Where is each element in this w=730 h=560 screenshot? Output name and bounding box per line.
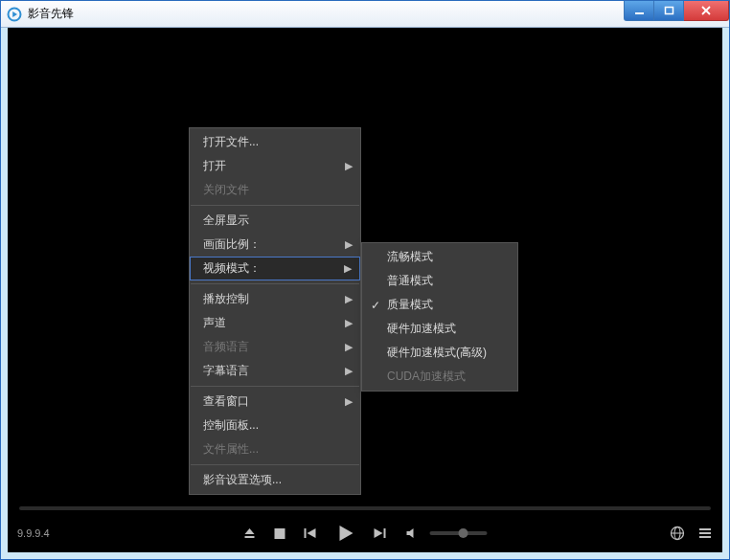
svg-marker-11 bbox=[340, 526, 354, 541]
submenu-item-5: CUDA加速模式 bbox=[362, 365, 517, 389]
window-title: 影音先锋 bbox=[28, 6, 74, 22]
svg-rect-18 bbox=[699, 528, 711, 530]
menu-separator bbox=[191, 386, 359, 387]
svg-rect-7 bbox=[245, 536, 255, 538]
svg-rect-13 bbox=[384, 528, 386, 538]
menu-item-9[interactable]: 声道▶ bbox=[190, 311, 360, 335]
menu-item-label: 声道 bbox=[203, 315, 226, 331]
menu-item-2: 关闭文件 bbox=[190, 178, 360, 202]
submenu-arrow-icon: ▶ bbox=[345, 395, 353, 408]
svg-rect-19 bbox=[699, 532, 711, 534]
check-icon: ✓ bbox=[366, 299, 385, 312]
app-window: 影音先锋 play 打开文件...打开▶关闭文件全屏显示画面比例：▶视频模式：▶… bbox=[0, 0, 730, 560]
svg-marker-10 bbox=[308, 528, 316, 538]
menu-item-label: 播放控制 bbox=[203, 291, 249, 307]
menu-item-14[interactable]: 控制面板... bbox=[190, 414, 360, 437]
submenu-arrow-icon: ▶ bbox=[345, 160, 353, 172]
submenu-item-label: CUDA加速模式 bbox=[385, 369, 466, 385]
maximize-button[interactable] bbox=[654, 1, 684, 21]
menu-item-label: 打开 bbox=[203, 158, 226, 174]
submenu-arrow-icon: ▶ bbox=[345, 365, 353, 377]
next-button[interactable] bbox=[373, 526, 388, 540]
titlebar[interactable]: 影音先锋 bbox=[1, 1, 729, 28]
menu-item-label: 关闭文件 bbox=[203, 182, 249, 198]
svg-rect-3 bbox=[665, 7, 673, 13]
window-controls bbox=[624, 1, 729, 20]
version-label: 9.9.9.4 bbox=[17, 527, 50, 539]
svg-rect-20 bbox=[699, 536, 711, 538]
menu-item-label: 字幕语言 bbox=[203, 363, 249, 379]
playback-controls bbox=[243, 524, 488, 543]
menu-item-13[interactable]: 查看窗口▶ bbox=[190, 390, 360, 414]
menu-item-label: 全屏显示 bbox=[203, 213, 249, 229]
svg-marker-12 bbox=[375, 528, 383, 538]
volume-slider[interactable] bbox=[430, 531, 488, 535]
svg-rect-2 bbox=[635, 12, 644, 14]
close-button[interactable] bbox=[684, 1, 729, 21]
eject-button[interactable] bbox=[243, 526, 257, 540]
menu-item-label: 音频语言 bbox=[203, 339, 249, 355]
mute-button[interactable] bbox=[405, 526, 419, 540]
menu-item-label: 查看窗口 bbox=[203, 393, 249, 410]
submenu-item-label: 硬件加速模式(高级) bbox=[385, 345, 487, 361]
context-menu: 打开文件...打开▶关闭文件全屏显示画面比例：▶视频模式：▶播放控制▶声道▶音频… bbox=[189, 127, 361, 495]
progress-bar[interactable] bbox=[19, 506, 711, 510]
menu-item-17[interactable]: 影音设置选项... bbox=[190, 468, 360, 492]
menu-item-11[interactable]: 字幕语言▶ bbox=[190, 359, 360, 383]
menu-item-0[interactable]: 打开文件... bbox=[190, 130, 360, 154]
menu-item-label: 控制面板... bbox=[203, 417, 259, 434]
submenu-item-label: 流畅模式 bbox=[385, 249, 433, 265]
svg-marker-6 bbox=[245, 528, 255, 534]
menu-item-label: 影音设置选项... bbox=[203, 472, 282, 488]
submenu-arrow-icon: ▶ bbox=[345, 341, 353, 353]
menu-item-15: 文件属性... bbox=[190, 437, 360, 461]
submenu-item-0[interactable]: 流畅模式 bbox=[362, 245, 517, 269]
app-icon bbox=[7, 7, 22, 22]
svg-rect-8 bbox=[275, 528, 285, 539]
submenu-arrow-icon: ▶ bbox=[344, 262, 352, 275]
menu-separator bbox=[191, 464, 359, 465]
submenu-arrow-icon: ▶ bbox=[345, 317, 353, 329]
menu-item-label: 画面比例： bbox=[203, 236, 261, 253]
video-mode-submenu: 流畅模式普通模式✓质量模式硬件加速模式硬件加速模式(高级)CUDA加速模式 bbox=[361, 242, 518, 392]
network-button[interactable] bbox=[670, 526, 685, 541]
submenu-arrow-icon: ▶ bbox=[345, 293, 353, 305]
submenu-item-4[interactable]: 硬件加速模式(高级) bbox=[362, 341, 517, 365]
video-area[interactable]: play 打开文件...打开▶关闭文件全屏显示画面比例：▶视频模式：▶播放控制▶… bbox=[8, 28, 722, 497]
menu-item-6[interactable]: 视频模式：▶ bbox=[190, 257, 360, 280]
menu-item-label: 打开文件... bbox=[203, 134, 259, 150]
client-area: play 打开文件...打开▶关闭文件全屏显示画面比例：▶视频模式：▶播放控制▶… bbox=[8, 28, 722, 552]
menu-item-10: 音频语言▶ bbox=[190, 335, 360, 359]
svg-marker-1 bbox=[12, 11, 17, 17]
menu-item-label: 文件属性... bbox=[203, 441, 259, 458]
menu-item-1[interactable]: 打开▶ bbox=[190, 154, 360, 178]
menu-item-5[interactable]: 画面比例：▶ bbox=[190, 233, 360, 257]
stop-button[interactable] bbox=[274, 527, 286, 540]
submenu-arrow-icon: ▶ bbox=[345, 238, 353, 251]
svg-marker-14 bbox=[407, 528, 414, 538]
svg-rect-9 bbox=[305, 528, 307, 538]
minimize-button[interactable] bbox=[624, 1, 654, 21]
submenu-item-label: 硬件加速模式 bbox=[385, 321, 456, 337]
bottom-bar: 9.9.9.4 bbox=[8, 514, 722, 552]
submenu-item-1[interactable]: 普通模式 bbox=[362, 269, 517, 293]
submenu-item-3[interactable]: 硬件加速模式 bbox=[362, 317, 517, 341]
menu-item-label: 视频模式： bbox=[203, 260, 261, 277]
right-controls bbox=[670, 526, 713, 541]
menu-separator bbox=[191, 205, 359, 206]
menu-item-8[interactable]: 播放控制▶ bbox=[190, 287, 360, 311]
submenu-item-label: 普通模式 bbox=[385, 273, 433, 289]
submenu-item-2[interactable]: ✓质量模式 bbox=[362, 293, 517, 317]
volume-thumb[interactable] bbox=[459, 528, 468, 538]
menu-separator bbox=[191, 283, 359, 284]
submenu-item-label: 质量模式 bbox=[385, 297, 433, 313]
previous-button[interactable] bbox=[304, 526, 319, 540]
menu-item-4[interactable]: 全屏显示 bbox=[190, 209, 360, 233]
play-button[interactable] bbox=[336, 524, 355, 543]
playlist-button[interactable] bbox=[698, 526, 713, 540]
